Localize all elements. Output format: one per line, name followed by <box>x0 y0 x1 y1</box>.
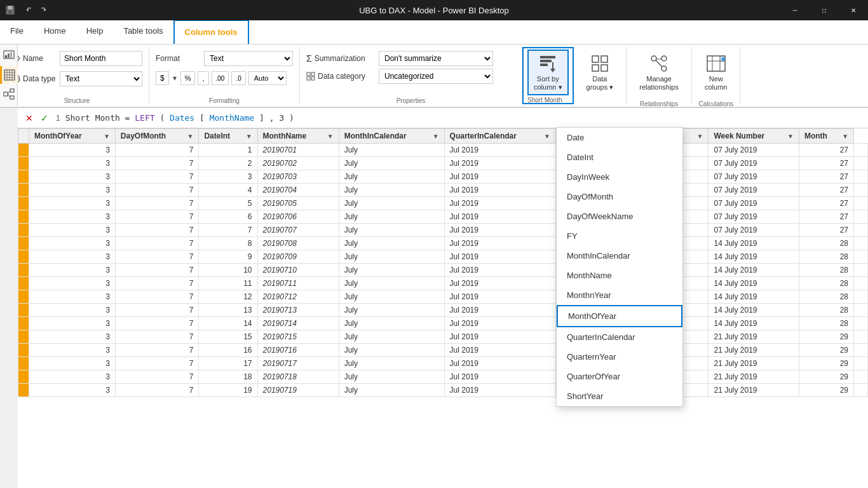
formula-equals: = <box>125 113 135 123</box>
dropdown-item-dayofweekname[interactable]: DayOfWeekName <box>557 207 682 226</box>
table-row: 371720190717JulyJul 2019Q3 201921 July 2… <box>18 357 868 370</box>
close-button[interactable]: ✕ <box>839 0 868 20</box>
cell-monthofyear: 3 <box>29 210 116 224</box>
cell-dayindex: 11 <box>199 277 257 290</box>
row-indicator <box>18 344 29 357</box>
dropdown-item-date[interactable]: Date <box>557 128 682 147</box>
col-header-month[interactable]: Month ▼ <box>799 129 853 144</box>
cell-weekending: 07 July 2019 <box>709 224 799 237</box>
undo-icon[interactable] <box>25 6 34 15</box>
tab-column-tools[interactable]: Column tools <box>173 20 249 44</box>
data-view-button[interactable] <box>0 66 18 84</box>
sort-by-column-button[interactable]: Sort bycolumn ▾ <box>527 50 569 95</box>
cell-dayofmonth: 7 <box>115 317 199 330</box>
data-groups-button[interactable]: Datagroups ▾ <box>580 47 620 98</box>
svg-line-48 <box>8 91 10 94</box>
manage-relationships-button[interactable]: Managerelationships <box>633 47 685 98</box>
decimal-inc-button[interactable]: .00 <box>212 71 229 85</box>
cell-monthofyear: 3 <box>29 264 116 277</box>
summarization-select[interactable]: Don't summarize Sum Average Count <box>379 51 493 66</box>
dropdown-item-quarternyear[interactable]: QuarternYear <box>557 347 682 367</box>
new-column-button[interactable]: Newcolumn <box>698 47 733 98</box>
filter-month[interactable]: ▼ <box>842 133 848 140</box>
format-buttons-row: $ ▾ % , .00 .0 Auto <box>156 71 287 85</box>
formula-bracket-close: ] <box>259 113 264 123</box>
data-category-select[interactable]: Uncategorized Address City Country <box>379 69 493 84</box>
cell-dayofmonth: 7 <box>115 184 199 197</box>
formula-confirm-button[interactable]: ✓ <box>38 113 51 123</box>
cell-weeknumber: 28 <box>799 264 853 277</box>
row-indicator <box>18 304 29 317</box>
dollar-button[interactable]: $ <box>156 71 169 85</box>
dropdown-item-fy[interactable]: FY <box>557 226 682 246</box>
data-type-select[interactable]: Text Whole Number Decimal Number Date Tr… <box>60 71 142 86</box>
dropdown-item-monthnyear[interactable]: MonthnYear <box>557 285 682 305</box>
cell-monthofyear: 3 <box>29 197 116 210</box>
table-row: 371520190715JulyJul 2019Q3 201921 July 2… <box>18 330 868 344</box>
percent-button[interactable]: % <box>180 71 196 85</box>
report-view-button[interactable] <box>0 47 18 65</box>
cell-month <box>854 144 868 157</box>
row-indicator <box>18 330 29 344</box>
dropdown-item-quarterofyear[interactable]: QuarterOfYear <box>557 367 682 386</box>
cell-monthincalendar: Jul 2019 <box>444 210 555 224</box>
cell-monthname: July <box>339 170 444 184</box>
col-header-dateint[interactable]: DateInt ▼ <box>199 129 257 144</box>
tab-table-tools[interactable]: Table tools <box>113 20 173 44</box>
dropdown-item-monthname[interactable]: MonthName <box>557 266 682 285</box>
dropdown-item-monthofyear[interactable]: MonthOfYear <box>557 305 682 327</box>
table-row: 371620190716JulyJul 2019Q3 201921 July 2… <box>18 344 868 357</box>
row-indicator-header <box>18 129 29 144</box>
filter-monthname[interactable]: ▼ <box>327 133 334 140</box>
formula-comma: , <box>269 113 280 123</box>
name-input[interactable] <box>60 51 142 66</box>
dropdown-item-dayofmonth[interactable]: DayOfMonth <box>557 187 682 207</box>
col-header-monthofyear[interactable]: MonthOfYear ▼ <box>29 129 116 144</box>
maximize-button[interactable]: □ <box>810 0 839 20</box>
filter-weekending[interactable]: ▼ <box>697 133 703 140</box>
formula-cancel-button[interactable]: ✕ <box>23 113 36 123</box>
cell-month <box>854 170 868 184</box>
filter-monthofyear[interactable]: ▼ <box>104 133 110 140</box>
formula-function: LEFT <box>135 113 154 123</box>
dropdown-item-shortyear[interactable]: ShortYear <box>557 386 682 406</box>
model-view-button[interactable] <box>0 85 18 103</box>
redo-icon[interactable] <box>38 6 47 15</box>
col-header-quarterincalendar[interactable]: QuarterInCalendar ▼ <box>444 129 555 144</box>
auto-select[interactable]: Auto <box>248 71 287 85</box>
cell-weekending: 07 July 2019 <box>709 184 799 197</box>
comma-button[interactable]: , <box>198 71 208 85</box>
col-header-monthincalendar[interactable]: MonthInCalendar ▼ <box>339 129 444 144</box>
cell-weekending: 21 July 2019 <box>709 357 799 370</box>
tab-home[interactable]: Home <box>34 20 76 44</box>
svg-point-22 <box>651 56 656 61</box>
cell-dayindex: 13 <box>199 304 257 317</box>
cell-dayofmonth: 7 <box>115 330 199 344</box>
format-select[interactable]: Text General Number Currency Date <box>204 51 293 66</box>
dropdown-item-quarterincalendar[interactable]: QuarterInCalendar <box>557 327 682 347</box>
cell-monthname: July <box>339 370 444 384</box>
filter-quarterincalendar[interactable]: ▼ <box>544 133 550 140</box>
cell-month <box>854 317 868 330</box>
cell-monthname: July <box>339 184 444 197</box>
col-header-monthname[interactable]: MonthName ▼ <box>257 129 339 144</box>
dropdown-item-monthincalendar[interactable]: MonthInCalendar <box>557 246 682 266</box>
filter-weeknumber[interactable]: ▼ <box>787 133 794 140</box>
col-header-dayofmonth[interactable]: DayOfMonth ▼ <box>115 129 199 144</box>
cell-weekending: 14 July 2019 <box>709 304 799 317</box>
decimal-dec-button[interactable]: .0 <box>231 71 245 85</box>
tab-help[interactable]: Help <box>76 20 114 44</box>
filter-monthincalendar[interactable]: ▼ <box>433 133 439 140</box>
formula-content[interactable]: Short Month = LEFT ( Dates [ MonthName ]… <box>65 113 863 123</box>
dropdown-item-dateint[interactable]: DateInt <box>557 147 682 167</box>
cell-monthincalendar: Jul 2019 <box>444 170 555 184</box>
col-header-weeknumber[interactable]: Week Number ▼ <box>709 129 799 144</box>
cell-monthname: July <box>339 357 444 370</box>
dropdown-item-dayinweek[interactable]: DayInWeek <box>557 167 682 187</box>
app-icon <box>5 5 47 15</box>
cell-month <box>854 304 868 317</box>
tab-file[interactable]: File <box>0 20 34 44</box>
filter-dateint[interactable]: ▼ <box>246 133 252 140</box>
minimize-button[interactable]: ─ <box>780 0 810 20</box>
filter-dayofmonth[interactable]: ▼ <box>187 133 194 140</box>
